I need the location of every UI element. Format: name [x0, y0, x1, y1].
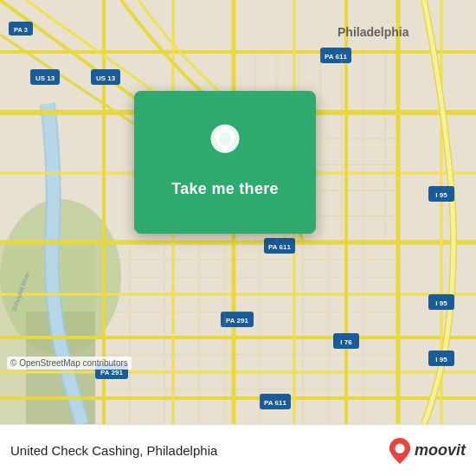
bottom-bar: United Check Cashing, Philadelphia moovi… [0, 424, 476, 476]
svg-text:PA 291: PA 291 [226, 317, 248, 325]
svg-text:PA 611: PA 611 [268, 243, 291, 251]
svg-text:Philadelphia: Philadelphia [338, 25, 409, 39]
svg-point-74 [395, 443, 404, 453]
card-overlay: Take me there [134, 91, 316, 234]
map-container: PA 611 PA 611 PA 611 US 13 US 13 PA 3 I … [0, 0, 476, 424]
svg-text:PA 291: PA 291 [100, 369, 123, 376]
svg-text:I 95: I 95 [435, 299, 447, 307]
svg-text:US 13: US 13 [96, 74, 116, 82]
svg-text:PA 3: PA 3 [14, 26, 28, 34]
svg-text:I 76: I 76 [340, 338, 352, 346]
svg-text:PA 611: PA 611 [325, 53, 347, 61]
svg-text:I 95: I 95 [435, 191, 447, 199]
location-pin-icon [204, 123, 246, 164]
moovit-text: moovit [415, 441, 466, 460]
osm-attribution: © OpenStreetMap contributors [7, 357, 132, 370]
moovit-pin-icon [389, 438, 411, 464]
moovit-logo: moovit [389, 438, 466, 464]
svg-text:I 95: I 95 [435, 356, 447, 363]
svg-text:US 13: US 13 [35, 74, 55, 82]
svg-text:PA 611: PA 611 [264, 399, 286, 407]
take-me-there-button[interactable]: Take me there [164, 177, 286, 202]
location-name: United Check Cashing, Philadelphia [10, 443, 389, 458]
